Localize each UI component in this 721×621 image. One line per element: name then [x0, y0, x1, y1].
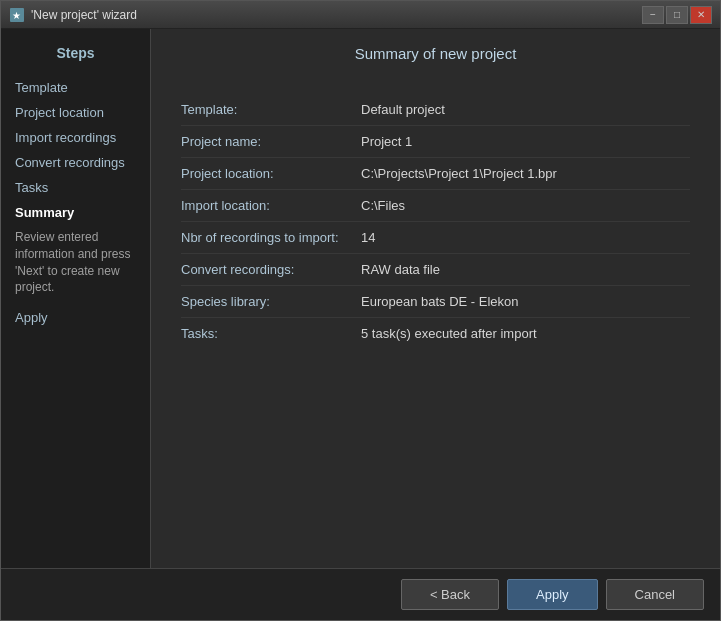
summary-row: Tasks:5 task(s) executed after import: [181, 318, 690, 349]
content-header: Summary of new project: [151, 29, 720, 74]
sidebar-item-tasks[interactable]: Tasks: [1, 175, 150, 200]
summary-row-value: Project 1: [361, 134, 412, 149]
sidebar: Steps Template Project location Import r…: [1, 29, 151, 568]
content-area: Summary of new project Template:Default …: [151, 29, 720, 568]
summary-row-label: Template:: [181, 102, 361, 117]
summary-row-label: Species library:: [181, 294, 361, 309]
wizard-icon: ★: [9, 7, 25, 23]
sidebar-apply-button[interactable]: Apply: [1, 304, 150, 331]
summary-row-label: Import location:: [181, 198, 361, 213]
summary-row: Import location:C:\Files: [181, 190, 690, 222]
title-bar-left: ★ 'New project' wizard: [9, 7, 137, 23]
title-bar: ★ 'New project' wizard − □ ✕: [1, 1, 720, 29]
window-title: 'New project' wizard: [31, 8, 137, 22]
maximize-button[interactable]: □: [666, 6, 688, 24]
summary-row: Species library:European bats DE - Eleko…: [181, 286, 690, 318]
close-button[interactable]: ✕: [690, 6, 712, 24]
svg-text:★: ★: [12, 10, 21, 21]
minimize-button[interactable]: −: [642, 6, 664, 24]
sidebar-item-convert-recordings[interactable]: Convert recordings: [1, 150, 150, 175]
summary-row: Template:Default project: [181, 94, 690, 126]
summary-row: Nbr of recordings to import:14: [181, 222, 690, 254]
summary-row-value: European bats DE - Elekon: [361, 294, 519, 309]
summary-row: Convert recordings:RAW data file: [181, 254, 690, 286]
summary-row-label: Nbr of recordings to import:: [181, 230, 361, 245]
main-window: ★ 'New project' wizard − □ ✕ Steps Templ…: [0, 0, 721, 621]
summary-row: Project name:Project 1: [181, 126, 690, 158]
sidebar-description: Review entered information and press 'Ne…: [1, 225, 150, 304]
content-body: Template:Default projectProject name:Pro…: [151, 74, 720, 568]
summary-row-value: RAW data file: [361, 262, 440, 277]
summary-row-label: Tasks:: [181, 326, 361, 341]
sidebar-heading: Steps: [1, 39, 150, 75]
sidebar-item-import-recordings[interactable]: Import recordings: [1, 125, 150, 150]
summary-row: Project location:C:\Projects\Project 1\P…: [181, 158, 690, 190]
summary-row-value: C:\Files: [361, 198, 405, 213]
summary-row-value: 14: [361, 230, 375, 245]
summary-row-value: C:\Projects\Project 1\Project 1.bpr: [361, 166, 557, 181]
sidebar-item-summary[interactable]: Summary: [1, 200, 150, 225]
main-content: Steps Template Project location Import r…: [1, 29, 720, 568]
sidebar-item-template[interactable]: Template: [1, 75, 150, 100]
footer: < Back Apply Cancel: [1, 568, 720, 620]
cancel-button[interactable]: Cancel: [606, 579, 704, 610]
sidebar-item-project-location[interactable]: Project location: [1, 100, 150, 125]
apply-button[interactable]: Apply: [507, 579, 598, 610]
summary-row-label: Project location:: [181, 166, 361, 181]
back-button[interactable]: < Back: [401, 579, 499, 610]
summary-row-label: Project name:: [181, 134, 361, 149]
summary-row-value: Default project: [361, 102, 445, 117]
summary-row-label: Convert recordings:: [181, 262, 361, 277]
title-controls: − □ ✕: [642, 6, 712, 24]
summary-row-value: 5 task(s) executed after import: [361, 326, 537, 341]
